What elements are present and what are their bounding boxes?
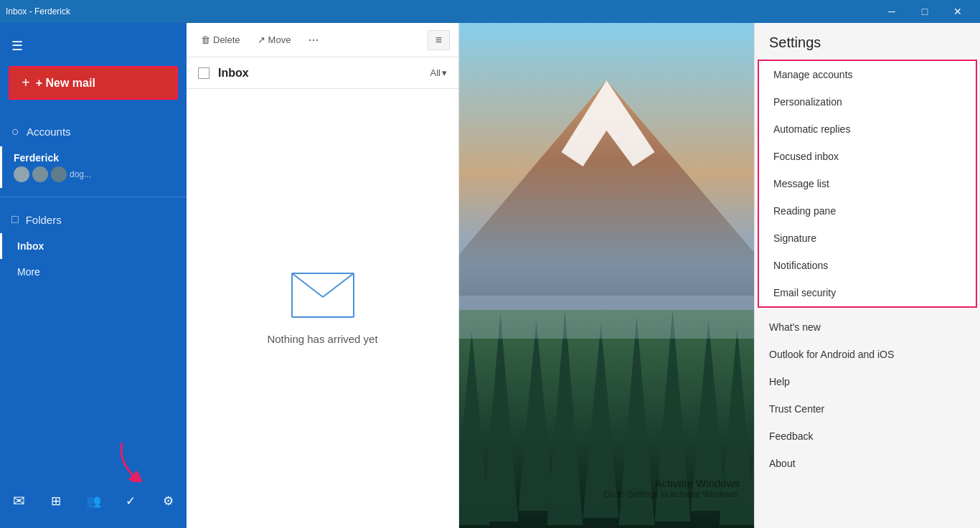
all-label: All: [430, 67, 440, 78]
account-name: Ferderick: [14, 152, 175, 164]
select-all-checkbox[interactable]: [198, 67, 209, 79]
settings-item-notifications[interactable]: Notifications: [759, 252, 976, 279]
filter-button[interactable]: ≡: [428, 30, 450, 50]
people-icon: 👥: [86, 494, 101, 509]
settings-icon: ⚙: [163, 494, 174, 509]
settings-title: Settings: [755, 23, 980, 60]
settings-separator: [755, 308, 980, 314]
folders-label: Folders: [26, 214, 62, 226]
svg-rect-24: [459, 296, 754, 339]
inbox-header: Inbox All ▾: [187, 57, 458, 89]
account-item[interactable]: Ferderick dog...: [0, 146, 187, 188]
dropdown-icon: ▾: [442, 67, 447, 78]
settings-item-automatic-replies[interactable]: Automatic replies: [759, 116, 976, 143]
folders-header: □ Folders: [0, 206, 187, 233]
accounts-header[interactable]: ○ Accounts: [0, 117, 187, 146]
delete-button[interactable]: 🗑 Delete: [195, 30, 246, 50]
settings-item-email-security[interactable]: Email security: [759, 279, 976, 306]
nav-calendar-button[interactable]: ⊞: [40, 485, 72, 517]
reading-pane: Activate Windows Go to Settings to activ…: [459, 23, 754, 528]
nav-settings-button[interactable]: ⚙: [152, 485, 184, 517]
titlebar-controls: ─ □ ✕: [875, 0, 974, 23]
move-label: Move: [268, 34, 291, 45]
nav-mail-button[interactable]: ✉: [3, 485, 34, 517]
mail-list-pane: 🗑 Delete ↗ Move ··· ≡ Inbox All ▾: [187, 23, 459, 528]
settings-item-personalization[interactable]: Personalization: [759, 88, 976, 116]
empty-envelope-icon: [291, 272, 355, 319]
tasks-icon: ✓: [126, 494, 136, 509]
new-mail-button[interactable]: + + New mail: [9, 66, 178, 100]
sidebar-item-more[interactable]: More: [0, 259, 187, 285]
nav-tasks-button[interactable]: ✓: [115, 485, 146, 517]
settings-item-signature[interactable]: Signature: [759, 225, 976, 252]
sidebar-top: ☰ + + New mail: [0, 23, 187, 111]
sidebar-divider-1: [0, 197, 187, 197]
settings-item-about[interactable]: About: [755, 450, 980, 477]
hamburger-button[interactable]: ☰: [0, 29, 34, 63]
account-email-partial: dog...: [70, 169, 91, 179]
app-body: ☰ + + New mail ○ Accounts Ferderick dog.…: [0, 23, 980, 528]
calendar-icon: ⊞: [51, 494, 61, 509]
sidebar-bottom: ✉ ⊞ 👥 ✓ ⚙: [0, 473, 187, 528]
bottom-nav: ✉ ⊞ 👥 ✓ ⚙: [0, 479, 187, 522]
arrow-annotation: [115, 439, 158, 485]
delete-label: Delete: [213, 34, 240, 45]
move-icon: ↗: [258, 34, 265, 45]
inbox-title: Inbox: [218, 67, 430, 80]
avatar-1: [14, 166, 29, 182]
empty-state: Nothing has arrived yet: [187, 89, 458, 528]
accounts-section: ○ Accounts Ferderick dog...: [0, 111, 187, 194]
inbox-filter-all[interactable]: All ▾: [430, 67, 447, 78]
titlebar-title: Inbox - Ferderick: [6, 6, 70, 16]
settings-item-whats-new[interactable]: What's new: [755, 314, 980, 341]
avatar-3: [51, 166, 67, 182]
folders-icon: □: [11, 213, 19, 226]
settings-highlighted-group: Manage accounts Personalization Automati…: [758, 60, 977, 308]
more-actions-button[interactable]: ···: [302, 29, 324, 50]
more-label: More: [17, 266, 40, 278]
person-icon: ○: [11, 124, 19, 139]
settings-item-help[interactable]: Help: [755, 368, 980, 395]
close-button[interactable]: ✕: [941, 0, 974, 23]
settings-item-outlook-android-ios[interactable]: Outlook for Android and iOS: [755, 341, 980, 368]
settings-item-message-list[interactable]: Message list: [759, 170, 976, 197]
folders-section: □ Folders Inbox More: [0, 200, 187, 291]
nav-people-button[interactable]: 👥: [77, 485, 109, 517]
mail-toolbar: 🗑 Delete ↗ Move ··· ≡: [187, 23, 458, 57]
new-mail-plus-icon: +: [22, 75, 30, 91]
settings-panel: Settings Manage accounts Personalization…: [754, 23, 980, 528]
empty-message: Nothing has arrived yet: [267, 333, 377, 345]
minimize-button[interactable]: ─: [875, 0, 908, 23]
titlebar: Inbox - Ferderick ─ □ ✕: [0, 0, 980, 23]
settings-item-feedback[interactable]: Feedback: [755, 423, 980, 450]
inbox-label: Inbox: [17, 240, 44, 252]
account-email-row: dog...: [14, 166, 175, 182]
maximize-button[interactable]: □: [908, 0, 941, 23]
sidebar-item-inbox[interactable]: Inbox: [0, 233, 187, 259]
settings-item-trust-center[interactable]: Trust Center: [755, 395, 980, 423]
move-button[interactable]: ↗ Move: [252, 30, 297, 50]
mail-icon: ✉: [13, 492, 25, 509]
delete-icon: 🗑: [201, 34, 210, 45]
mountain-background: [459, 23, 754, 528]
more-icon: ···: [308, 32, 319, 47]
sidebar: ☰ + + New mail ○ Accounts Ferderick dog.…: [0, 23, 187, 528]
settings-item-reading-pane[interactable]: Reading pane: [759, 197, 976, 225]
settings-item-manage-accounts[interactable]: Manage accounts: [759, 61, 976, 88]
settings-item-focused-inbox[interactable]: Focused inbox: [759, 143, 976, 170]
filter-icon: ≡: [435, 34, 442, 46]
avatar-2: [32, 166, 48, 182]
new-mail-label: + New mail: [36, 77, 95, 90]
accounts-label: Accounts: [27, 126, 71, 138]
